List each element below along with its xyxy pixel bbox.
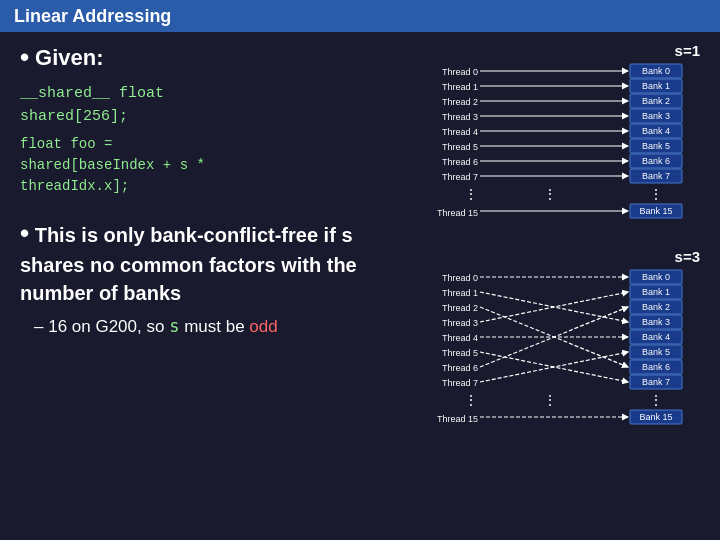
s1-bank0: Bank 0 xyxy=(642,66,670,76)
svg-text:Thread 0: Thread 0 xyxy=(442,273,478,283)
svg-text:Thread 1: Thread 1 xyxy=(442,288,478,298)
svg-text:Bank 1: Bank 1 xyxy=(642,287,670,297)
s1-thread5: Thread 5 xyxy=(442,142,478,152)
svg-text:Bank 4: Bank 4 xyxy=(642,332,670,342)
svg-text:⋮: ⋮ xyxy=(649,392,663,408)
svg-text:Bank 5: Bank 5 xyxy=(642,347,670,357)
sub-bullet-code: s xyxy=(169,316,179,336)
left-panel: • Given: __shared__ float shared[256]; f… xyxy=(20,42,420,530)
s1-thread4: Thread 4 xyxy=(442,127,478,137)
code-line-5: threadIdx.x]; xyxy=(20,176,410,197)
s1-thread7: Thread 7 xyxy=(442,172,478,182)
s3-svg: Thread 0 Thread 1 Thread 2 Thread 3 Thre… xyxy=(420,267,690,442)
code-line-3: float foo = xyxy=(20,134,410,155)
s1-thread0: Thread 0 xyxy=(442,67,478,77)
first-bullet: • Given: xyxy=(20,42,410,73)
odd-text: odd xyxy=(249,317,277,336)
given-label: Given: xyxy=(35,45,103,71)
bullet-dot-1: • xyxy=(20,42,29,73)
title-bar: Linear Addressing xyxy=(0,0,720,32)
svg-text:Thread 6: Thread 6 xyxy=(442,363,478,373)
second-bullet-text: This is only bank-conflict-free if s sha… xyxy=(20,224,357,304)
s1-bank1: Bank 1 xyxy=(642,81,670,91)
sub-bullet-prefix: – 16 on G200, so xyxy=(34,317,169,336)
svg-text:Thread 4: Thread 4 xyxy=(442,333,478,343)
s1-thread6: Thread 6 xyxy=(442,157,478,167)
s1-bank4: Bank 4 xyxy=(642,126,670,136)
svg-text:Bank 2: Bank 2 xyxy=(642,302,670,312)
s1-label: s=1 xyxy=(420,42,700,59)
s1-thread15: Thread 15 xyxy=(437,208,478,218)
code-line-4: shared[baseIndex + s * xyxy=(20,155,410,176)
svg-text:Bank 15: Bank 15 xyxy=(639,412,672,422)
svg-text:Thread 7: Thread 7 xyxy=(442,378,478,388)
svg-text:⋮: ⋮ xyxy=(464,392,478,408)
s1-bank3: Bank 3 xyxy=(642,111,670,121)
s3-diagram: s=3 Thread 0 Thread 1 Thread 2 Thread 3 … xyxy=(420,248,700,446)
second-bullet: • This is only bank-conflict-free if s s… xyxy=(20,215,410,307)
svg-text:Bank 0: Bank 0 xyxy=(642,272,670,282)
s1-svg: Thread 0 Thread 1 Thread 2 Thread 3 Thre… xyxy=(420,61,690,236)
svg-text:⋮: ⋮ xyxy=(464,186,478,202)
svg-text:Bank 6: Bank 6 xyxy=(642,362,670,372)
svg-text:Thread 15: Thread 15 xyxy=(437,414,478,424)
svg-text:Thread 3: Thread 3 xyxy=(442,318,478,328)
svg-text:⋮: ⋮ xyxy=(543,186,557,202)
float-foo-code: float foo = shared[baseIndex + s * threa… xyxy=(20,134,410,197)
sub-bullet-suffix: must be xyxy=(179,317,249,336)
svg-text:Bank 3: Bank 3 xyxy=(642,317,670,327)
s1-thread3: Thread 3 xyxy=(442,112,478,122)
page-title: Linear Addressing xyxy=(14,6,171,27)
s1-bank2: Bank 2 xyxy=(642,96,670,106)
s1-bank7: Bank 7 xyxy=(642,171,670,181)
code-block: __shared__ float shared[256]; xyxy=(20,83,410,128)
code-line-2: shared[256]; xyxy=(20,106,410,129)
svg-text:⋮: ⋮ xyxy=(649,186,663,202)
svg-text:Bank 7: Bank 7 xyxy=(642,377,670,387)
svg-text:⋮: ⋮ xyxy=(543,392,557,408)
s1-bank15: Bank 15 xyxy=(639,206,672,216)
s1-thread1: Thread 1 xyxy=(442,82,478,92)
bullet-dot-2: • xyxy=(20,218,29,248)
sub-bullet: – 16 on G200, so s must be odd xyxy=(20,315,410,339)
s1-bank5: Bank 5 xyxy=(642,141,670,151)
s1-thread2: Thread 2 xyxy=(442,97,478,107)
svg-text:Thread 5: Thread 5 xyxy=(442,348,478,358)
s1-bank6: Bank 6 xyxy=(642,156,670,166)
right-panel: s=1 Thread 0 Thread 1 Thread 2 Thread 3 … xyxy=(420,42,700,530)
s1-diagram: s=1 Thread 0 Thread 1 Thread 2 Thread 3 … xyxy=(420,42,700,240)
s3-label: s=3 xyxy=(420,248,700,265)
svg-text:Thread 2: Thread 2 xyxy=(442,303,478,313)
code-line-1: __shared__ float xyxy=(20,83,410,106)
